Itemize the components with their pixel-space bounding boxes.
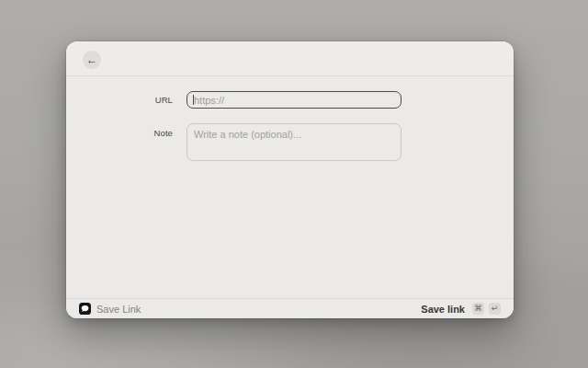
save-link-action-label[interactable]: Save link <box>421 304 465 315</box>
url-input[interactable] <box>187 91 401 109</box>
footer-app-name: Save Link <box>96 304 141 315</box>
back-button[interactable]: ← <box>83 51 101 69</box>
text-caret <box>193 95 194 105</box>
header-divider <box>66 75 514 76</box>
return-key-icon: ↵ <box>489 303 501 315</box>
note-input[interactable] <box>187 123 401 161</box>
command-key-icon: ⌘ <box>472 303 484 315</box>
url-label: URL <box>66 91 173 109</box>
window-header: ← <box>66 41 514 75</box>
footer-app-info: Save Link <box>79 303 141 315</box>
app-logo-chat-bubble-icon <box>79 303 91 315</box>
back-arrow-icon: ← <box>86 54 97 65</box>
note-label: Note <box>66 127 173 140</box>
footer-bar: Save Link Save link ⌘ ↵ <box>66 299 514 318</box>
save-link-window: ← URL Note Save Link Save link ⌘ ↵ <box>66 41 514 318</box>
footer-actions[interactable]: Save link ⌘ ↵ <box>421 303 501 315</box>
